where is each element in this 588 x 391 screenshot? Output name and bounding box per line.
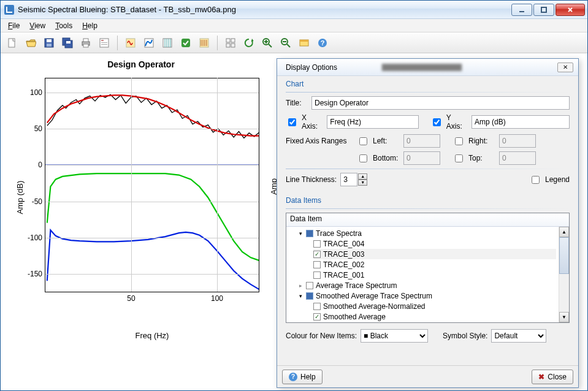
dialog-titlebar[interactable]: Display Options ✕ bbox=[277, 59, 578, 76]
right-checkbox[interactable] bbox=[455, 137, 463, 145]
tree-leaf-smoothed-avg[interactable]: ✓Smoothed Average bbox=[313, 311, 556, 322]
zoom-in-icon[interactable] bbox=[259, 35, 275, 51]
scroll-thumb[interactable] bbox=[559, 237, 569, 274]
svg-rect-14 bbox=[101, 42, 107, 43]
checkbox-icon[interactable] bbox=[313, 303, 321, 310]
checkbox-icon[interactable] bbox=[313, 261, 321, 268]
properties-icon[interactable] bbox=[96, 35, 112, 51]
tree-header[interactable]: Data Item bbox=[286, 213, 569, 227]
check-icon[interactable] bbox=[178, 35, 194, 51]
svg-rect-23 bbox=[226, 44, 230, 47]
close-button[interactable] bbox=[556, 4, 585, 16]
svg-rect-21 bbox=[226, 39, 230, 42]
svg-rect-22 bbox=[231, 39, 235, 42]
checkbox-icon[interactable] bbox=[306, 282, 313, 289]
tree-node-avg-spectrum[interactable]: Average Trace Spectrum bbox=[297, 280, 556, 290]
new-icon[interactable] bbox=[4, 35, 20, 51]
color-new-label: Colour for New Items: bbox=[286, 332, 357, 340]
svg-rect-15 bbox=[101, 44, 107, 45]
dataitems-section-label: Data Items bbox=[286, 196, 570, 205]
yaxis-checkbox[interactable] bbox=[433, 118, 441, 126]
dialog-close-button[interactable]: ✕ bbox=[557, 63, 573, 72]
xaxis-label: X Axis: bbox=[302, 113, 323, 131]
svg-rect-10 bbox=[83, 39, 88, 42]
print-icon[interactable] bbox=[78, 35, 94, 51]
left-label: Left: bbox=[373, 137, 400, 145]
minimize-button[interactable] bbox=[511, 4, 532, 16]
svg-rect-0 bbox=[519, 11, 524, 12]
plot-area[interactable]: 50100 bbox=[45, 78, 259, 292]
app-window: Seismic Spectral Blueing: STB_dataset - … bbox=[0, 0, 588, 391]
dialog-subtitle-blurred bbox=[382, 64, 462, 71]
wavelet-icon[interactable] bbox=[123, 35, 139, 51]
scroll-up-icon[interactable]: ▲ bbox=[559, 227, 569, 237]
tree-leaf-trace-002[interactable]: TRACE_002 bbox=[313, 259, 556, 270]
group-check-icon[interactable] bbox=[306, 292, 313, 300]
top-checkbox[interactable] bbox=[455, 154, 463, 162]
zoom-out-icon[interactable] bbox=[278, 35, 294, 51]
app-icon bbox=[4, 5, 14, 15]
spectra-icon[interactable] bbox=[141, 35, 157, 51]
bottom-checkbox[interactable] bbox=[359, 154, 367, 162]
color-select[interactable]: ■ Black bbox=[361, 329, 428, 343]
menu-view[interactable]: View bbox=[26, 20, 49, 31]
tree-scrollbar[interactable]: ▲ ▼ bbox=[559, 227, 569, 322]
symbol-style-label: Symbol Style: bbox=[443, 332, 487, 340]
spin-up-icon[interactable]: ▲ bbox=[358, 173, 367, 180]
grid-icon[interactable] bbox=[223, 35, 239, 51]
tree-leaf-smoothed-norm[interactable]: Smoothed Average-Normalized bbox=[313, 301, 556, 311]
menu-file[interactable]: File bbox=[4, 20, 23, 31]
left-checkbox[interactable] bbox=[359, 137, 367, 145]
chart-title: Design Operator bbox=[9, 59, 273, 69]
seismic-icon[interactable] bbox=[196, 35, 212, 51]
fit-icon[interactable] bbox=[296, 35, 312, 51]
right-input bbox=[499, 134, 536, 148]
tree-node-smoothed-avg[interactable]: Smoothed Average Trace Spectrum bbox=[297, 290, 556, 301]
line-thickness-input[interactable] bbox=[340, 173, 357, 186]
legend-label: Legend bbox=[545, 175, 570, 184]
display-options-dialog: Display Options ✕ Chart Title: X Axis: bbox=[277, 58, 579, 388]
checkbox-icon[interactable]: ✓ bbox=[313, 313, 321, 321]
scroll-down-icon[interactable]: ▼ bbox=[559, 312, 569, 322]
menu-tools[interactable]: Tools bbox=[52, 20, 76, 31]
fixed-ranges-label: Fixed Axis Ranges bbox=[286, 137, 353, 145]
tree-leaf-trace-004[interactable]: TRACE_004 bbox=[313, 238, 556, 249]
refresh-icon[interactable] bbox=[241, 35, 257, 51]
line-thickness-spinner[interactable]: ▲▼ bbox=[340, 173, 367, 186]
xaxis-checkbox[interactable] bbox=[288, 118, 296, 126]
chart: Design Operator 50100 Amp (dB) Freq (Hz)… bbox=[9, 59, 273, 390]
maximize-button[interactable] bbox=[533, 4, 554, 16]
tree-leaf-trace-001[interactable]: TRACE_001 bbox=[313, 270, 556, 280]
svg-rect-4 bbox=[47, 39, 52, 42]
symbol-select[interactable]: Default bbox=[491, 329, 546, 343]
help-icon[interactable]: ? bbox=[315, 35, 330, 51]
columns-icon[interactable] bbox=[159, 35, 175, 51]
left-input bbox=[403, 134, 440, 148]
menu-help[interactable]: Help bbox=[78, 20, 101, 31]
legend-checkbox[interactable] bbox=[532, 176, 540, 184]
yaxis-input[interactable] bbox=[472, 115, 570, 129]
svg-rect-11 bbox=[83, 44, 88, 47]
yaxis-label: Y Axis: bbox=[446, 113, 468, 131]
top-input bbox=[499, 151, 536, 165]
spin-down-icon[interactable]: ▼ bbox=[358, 180, 367, 186]
bottom-label: Bottom: bbox=[373, 154, 400, 162]
xaxis-input[interactable] bbox=[327, 115, 419, 129]
save-icon[interactable] bbox=[41, 35, 57, 51]
save-as-icon[interactable] bbox=[59, 35, 75, 51]
open-icon[interactable] bbox=[23, 35, 39, 51]
title-input[interactable] bbox=[311, 96, 570, 110]
svg-rect-28 bbox=[300, 40, 308, 42]
checkbox-icon[interactable] bbox=[313, 271, 321, 279]
checkbox-icon[interactable]: ✓ bbox=[313, 251, 321, 258]
group-check-icon[interactable] bbox=[306, 230, 313, 237]
tree-leaf-trace-003[interactable]: ✓TRACE_003 bbox=[313, 249, 556, 259]
dialog-title: Display Options bbox=[286, 63, 382, 72]
tree-node-trace-spectra[interactable]: Trace Spectra bbox=[297, 228, 556, 238]
svg-rect-24 bbox=[231, 44, 235, 47]
client-area: Design Operator 50100 Amp (dB) Freq (Hz)… bbox=[1, 53, 587, 390]
title-label: Title: bbox=[286, 99, 308, 107]
tree-body[interactable]: Trace Spectra TRACE_004 ✓TRACE_003 TRACE… bbox=[286, 227, 559, 322]
checkbox-icon[interactable] bbox=[313, 240, 321, 248]
svg-rect-5 bbox=[47, 44, 52, 47]
